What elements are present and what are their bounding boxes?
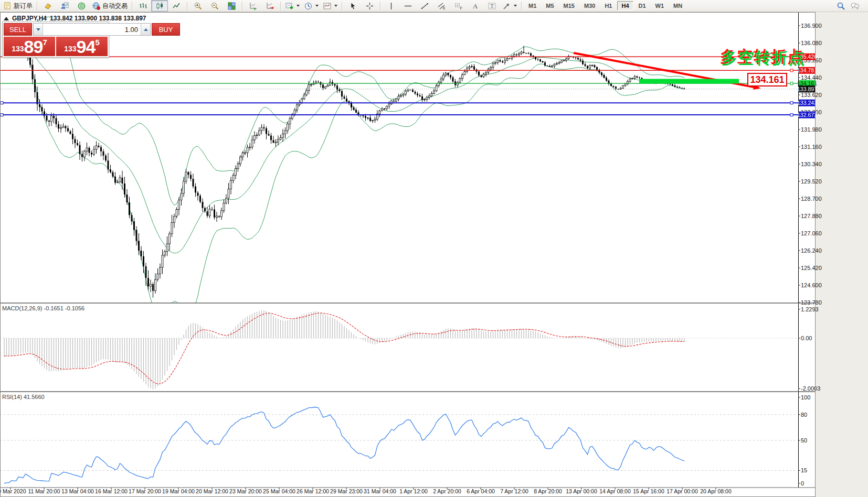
svg-text:T: T [490,3,493,9]
ohlc-values: 133.842 133.900 133.838 133.897 [50,15,146,22]
chart-shift-button[interactable] [261,0,278,12]
search-icon[interactable] [837,2,845,10]
indicators-button[interactable] [283,0,302,12]
line-chart-icon [172,2,181,10]
text-label-button[interactable]: T [483,0,500,12]
equidistant-channel-icon: E [437,2,446,10]
periods-icon [304,2,313,10]
symbol-period-label: GBPJPY,H4 [12,15,47,22]
tile-windows-icon [227,2,236,10]
tile-windows-button[interactable] [223,0,240,12]
volume-input[interactable] [43,24,141,35]
mt4-window: 新订单自动交易EFATM1M5M15M30H1H4D1W1MN 136.9001… [0,0,868,497]
equidistant-channel-button[interactable]: E [433,0,450,12]
profiles-button[interactable] [39,0,56,12]
svg-text:127.880: 127.880 [801,213,822,219]
svg-text:129.520: 129.520 [801,178,822,185]
horizontal-line-button[interactable] [399,0,416,12]
auto-scroll-button[interactable] [245,0,261,12]
svg-text:E: E [443,6,446,10]
price-line-badge: 133.243 [797,100,817,106]
svg-text:125.420: 125.420 [801,265,822,271]
market-watch-icon [60,2,69,10]
market-watch-button[interactable] [56,0,73,12]
autotrading-label: 自动交易 [102,2,128,10]
timeframe-m5-button[interactable]: M5 [542,1,558,10]
svg-text:80: 80 [801,412,807,418]
price-line-badge: 133.897 [797,85,817,92]
volume-increase-button[interactable] [141,24,150,35]
svg-text:126.240: 126.240 [801,247,822,254]
trendline-button[interactable] [416,0,433,12]
vertical-line-button[interactable] [383,0,399,12]
svg-text:11 Mar 20:00: 11 Mar 20:00 [28,488,60,494]
timeframe-m1-button[interactable]: M1 [524,1,541,10]
zoom-out-icon [210,2,219,10]
svg-text:25 Mar 04:00: 25 Mar 04:00 [263,488,295,494]
dropdown-arrow-icon[interactable] [315,5,319,7]
buy-price-display[interactable]: 133 94 5 [56,37,108,56]
spinner-up-icon [144,28,148,31]
timeframe-mn-button[interactable]: MN [669,1,686,10]
price-line-badge: 132.673 [797,112,817,118]
templates-button[interactable] [321,0,340,12]
periods-button[interactable] [302,0,321,12]
bar-chart-button[interactable] [134,0,151,12]
time-axis[interactable]: 10 Mar 202011 Mar 20:0013 Mar 04:0016 Ma… [0,488,816,494]
new-order-button[interactable]: 新订单 [1,0,35,12]
timeframe-w1-button[interactable]: W1 [651,1,669,10]
svg-text:13 Apr 00:00: 13 Apr 00:00 [566,488,597,494]
chart-canvas[interactable]: 136.900136.080135.260134.440133.620132.8… [0,0,868,497]
svg-text:123.780: 123.780 [801,299,822,306]
dropdown-arrow-icon[interactable] [514,5,517,7]
candlestick-chart-button[interactable] [151,0,168,12]
sell-button[interactable]: SELL [4,23,32,36]
zoom-in-button[interactable] [189,0,206,12]
sell-price-pips: 89 [24,38,43,56]
svg-text:6 Apr 04:00: 6 Apr 04:00 [467,488,495,494]
svg-text:8 Apr 20:00: 8 Apr 20:00 [534,488,562,494]
line-handle [1,114,3,116]
toolbar-right [837,2,867,10]
svg-text:29 Mar 23:00: 29 Mar 23:00 [330,488,363,494]
svg-text:23 Mar 20:00: 23 Mar 20:00 [229,488,262,494]
arrows-button[interactable] [500,0,519,12]
crosshair-button[interactable] [361,0,378,12]
indicators-icon [285,2,294,10]
chat-icon[interactable] [851,2,860,10]
navigator-button[interactable] [73,0,90,12]
fibonacci-button[interactable]: F [450,0,467,12]
timeframe-h1-button[interactable]: H1 [600,1,616,10]
buy-price-figure: 133 [64,42,76,56]
timeframe-m15-button[interactable]: M15 [559,1,579,10]
line-handle [1,102,3,104]
line-handle [790,82,793,85]
svg-text:133.897: 133.897 [797,86,817,92]
rsi-indicator-label: RSI(14) 41.5660 [2,394,45,400]
timeframe-m30-button[interactable]: M30 [580,1,599,10]
text-button[interactable]: A [467,0,483,12]
collapse-panel-icon[interactable] [4,17,9,20]
svg-text:20 Apr 08:00: 20 Apr 08:00 [700,488,732,494]
one-click-trading-panel: SELL BUY 133 89 7 133 94 5 [2,21,109,58]
timeframe-h4-button[interactable]: H4 [617,1,633,10]
arrows-icon [502,2,511,10]
autotrading-icon [92,2,101,10]
zoom-out-button[interactable] [206,0,223,12]
svg-text:A: A [473,2,478,10]
volume-decrease-button[interactable] [34,24,43,35]
line-chart-button[interactable] [168,0,185,12]
timeframe-d1-button[interactable]: D1 [634,1,650,10]
toolbar-separator [521,2,522,10]
sell-price-figure: 133 [12,42,24,56]
svg-text:131.160: 131.160 [801,144,822,150]
dropdown-arrow-icon[interactable] [334,5,337,7]
sell-price-point: 7 [43,38,47,46]
dropdown-arrow-icon[interactable] [297,5,300,7]
cursor-button[interactable] [344,0,361,12]
sell-price-display[interactable]: 133 89 7 [4,37,55,56]
buy-button[interactable]: BUY [152,23,180,36]
autotrading-button[interactable]: 自动交易 [90,0,130,12]
text-label-icon: T [488,2,496,10]
toolbar-separator [187,2,187,10]
